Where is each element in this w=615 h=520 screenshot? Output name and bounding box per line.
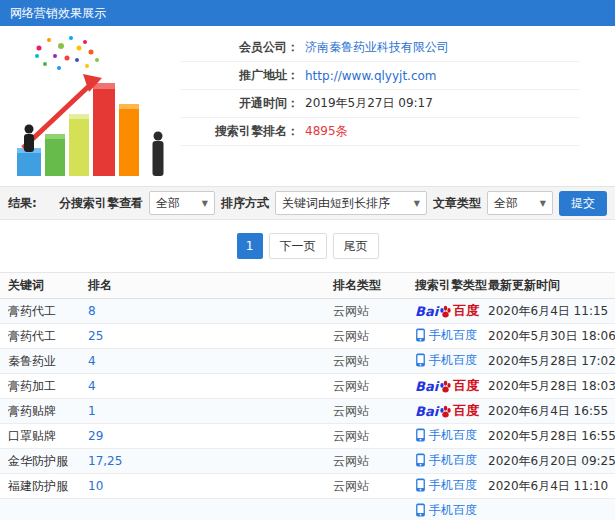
bar-chart-illustration — [6, 30, 181, 186]
table-row: 膏药代工 25 云网站 手机百度 2020年5月30日 18:06 — [0, 324, 615, 349]
rank-link[interactable]: 4 — [88, 354, 333, 368]
info-row-company: 会员公司： 济南秦鲁药业科技有限公司 — [181, 34, 579, 62]
engine-filter-value: 全部 — [156, 195, 180, 212]
growth-chart-graphic — [9, 30, 179, 180]
rank-type-cell: 云网站 — [333, 328, 415, 345]
col-header-rank-type: 排名类型 — [333, 277, 415, 294]
keyword-cell: 金华防护服 — [0, 453, 88, 470]
keyword-cell: 口罩贴牌 — [0, 428, 88, 445]
baidu-paw-icon — [439, 405, 452, 418]
company-link[interactable]: 济南秦鲁药业科技有限公司 — [305, 39, 449, 56]
mobile-baidu-label: 手机百度 — [429, 327, 477, 344]
confetti-dots — [35, 36, 99, 70]
article-type-label: 文章类型 — [433, 195, 481, 212]
rank-link[interactable]: 25 — [88, 329, 333, 343]
mobile-baidu-label: 手机百度 — [429, 477, 477, 494]
mobile-baidu-badge: 手机百度 — [415, 477, 477, 494]
mobile-baidu-badge: 手机百度 — [415, 427, 477, 444]
engine-filter-select[interactable]: 全部 ▼ — [149, 191, 215, 215]
chevron-down-icon: ▼ — [202, 199, 208, 208]
baidu-logo: Bai 百度 — [415, 302, 479, 320]
baidu-logo: Bai 百度 — [415, 402, 479, 420]
engine-cell: 手机百度 — [415, 427, 488, 446]
phone-icon — [415, 353, 426, 367]
sort-order-value: 关键词由短到长排序 — [282, 195, 390, 212]
baidu-logo-bai: Bai — [415, 304, 438, 319]
update-time-cell: 2020年5月28日 18:03 — [488, 378, 615, 395]
result-label: 结果: — [8, 195, 37, 212]
filter-controls: 分搜索引擎查看 全部 ▼ 排序方式 关键词由短到长排序 ▼ 文章类型 全部 ▼ … — [59, 191, 607, 216]
table-row: 秦鲁药业 4 云网站 手机百度 2020年5月28日 17:02 — [0, 349, 615, 374]
chevron-down-icon: ▼ — [414, 199, 420, 208]
engine-cell: 手机百度 — [415, 477, 488, 496]
company-label: 会员公司： — [181, 39, 299, 56]
engine-cell: 手机百度 — [415, 352, 488, 371]
baidu-logo-bai: Bai — [415, 404, 438, 419]
titlebar: 网络营销效果展示 — [0, 0, 615, 26]
baidu-paw-icon — [439, 380, 452, 393]
rank-type-cell: 云网站 — [333, 478, 415, 495]
engine-cell: Bai 百度 — [415, 377, 488, 395]
table-row: 口罩贴牌 29 云网站 手机百度 2020年5月28日 16:55 — [0, 424, 615, 449]
mobile-baidu-label: 手机百度 — [429, 502, 477, 519]
sort-order-select[interactable]: 关键词由短到长排序 ▼ — [275, 191, 427, 215]
keyword-cell: 膏药代工 — [0, 328, 88, 345]
promo-url-link[interactable]: http://www.qlyyjt.com — [305, 69, 437, 83]
phone-icon — [415, 328, 426, 342]
rank-type-cell: 云网站 — [333, 303, 415, 320]
update-time-cell: 2020年6月4日 11:15 — [488, 303, 615, 320]
engine-cell: 手机百度 — [415, 452, 488, 471]
table-row: 福建防护服 10 云网站 手机百度 2020年6月4日 11:10 — [0, 474, 615, 499]
update-time-cell: 2020年5月28日 16:55 — [488, 428, 615, 445]
mobile-baidu-label: 手机百度 — [429, 352, 477, 369]
keyword-cell: 秦鲁药业 — [0, 353, 88, 370]
update-time-cell: 2020年5月28日 17:02 — [488, 353, 615, 370]
page-title: 网络营销效果展示 — [10, 5, 106, 22]
rank-type-cell: 云网站 — [333, 403, 415, 420]
sort-order-label: 排序方式 — [221, 195, 269, 212]
mobile-baidu-badge: 手机百度 — [415, 352, 477, 369]
rank-link[interactable]: 10 — [88, 479, 333, 493]
last-page-button[interactable]: 尾页 — [333, 233, 379, 259]
rank-link[interactable]: 8 — [88, 304, 333, 318]
col-header-rank: 排名 — [88, 277, 333, 294]
person-left — [24, 125, 34, 153]
table-row: 膏药贴牌 1 云网站 Bai 百度 2020年6月4日 16:55 — [0, 399, 615, 424]
mobile-baidu-badge: 手机百度 — [415, 327, 477, 344]
rank-link[interactable]: 17,25 — [88, 454, 333, 468]
rank-link[interactable]: 1 — [88, 404, 333, 418]
filter-bar: 结果: 分搜索引擎查看 全部 ▼ 排序方式 关键词由短到长排序 ▼ 文章类型 全… — [0, 186, 615, 220]
rank-type-cell: 云网站 — [333, 453, 415, 470]
phone-icon — [415, 503, 426, 517]
rank-count-label: 搜索引擎排名： — [181, 123, 299, 140]
table-row: 膏药加工 4 云网站 Bai 百度 2020年5月28日 18:03 — [0, 374, 615, 399]
next-page-button[interactable]: 下一页 — [269, 233, 327, 259]
table-row: 膏药代工 8 云网站 Bai 百度 2020年6月4日 11:15 — [0, 299, 615, 324]
pagination: 1 下一页 尾页 — [0, 233, 615, 259]
keyword-cell: 福建防护服 — [0, 478, 88, 495]
mobile-baidu-badge: 手机百度 — [415, 502, 477, 519]
submit-button[interactable]: 提交 — [559, 191, 607, 216]
promo-url-label: 推广地址： — [181, 67, 299, 84]
rank-link[interactable]: 29 — [88, 429, 333, 443]
rank-type-cell: 云网站 — [333, 378, 415, 395]
keyword-cell: 膏药加工 — [0, 378, 88, 395]
keyword-cell: 膏药代工 — [0, 303, 88, 320]
table-header: 关键词 排名 排名类型 搜索引擎类型 最新更新时间 — [0, 272, 615, 299]
table-body: 膏药代工 8 云网站 Bai 百度 2020年6月4日 11:15 膏药代工 2… — [0, 299, 615, 520]
keyword-cell: 膏药贴牌 — [0, 403, 88, 420]
rank-link[interactable]: 4 — [88, 379, 333, 393]
page-1-button[interactable]: 1 — [237, 233, 263, 259]
engine-cell: 手机百度 — [415, 327, 488, 346]
rank-count-value: 4895条 — [305, 123, 348, 140]
phone-icon — [415, 428, 426, 442]
member-info: 会员公司： 济南秦鲁药业科技有限公司 推广地址： http://www.qlyy… — [181, 30, 607, 186]
chevron-down-icon: ▼ — [540, 199, 546, 208]
engine-filter-label: 分搜索引擎查看 — [59, 195, 143, 212]
phone-icon — [415, 453, 426, 467]
col-header-update-time: 最新更新时间 — [488, 277, 615, 294]
baidu-logo-du: 百度 — [453, 302, 479, 320]
article-type-select[interactable]: 全部 ▼ — [487, 191, 553, 215]
update-time-cell: 2020年6月20日 09:25 — [488, 453, 615, 470]
mobile-baidu-label: 手机百度 — [429, 452, 477, 469]
